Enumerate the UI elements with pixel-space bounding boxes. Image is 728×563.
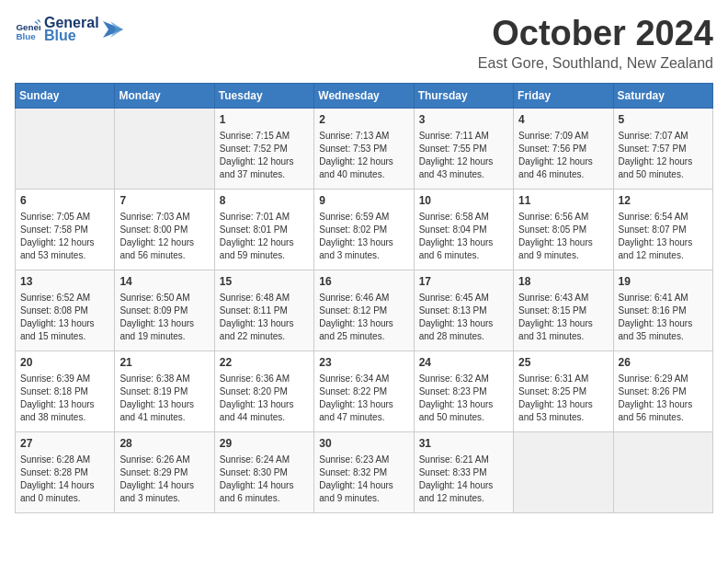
- calendar-week-row: 13Sunrise: 6:52 AMSunset: 8:08 PMDayligh…: [16, 270, 713, 350]
- day-info: Sunrise: 7:09 AM: [518, 130, 608, 143]
- day-info: Daylight: 13 hours: [419, 398, 508, 411]
- location-subtitle: East Gore, Southland, New Zealand: [478, 55, 713, 72]
- day-info: Sunset: 8:26 PM: [619, 385, 708, 398]
- day-number: 24: [419, 355, 508, 371]
- table-row: 26Sunrise: 6:29 AMSunset: 8:26 PMDayligh…: [613, 350, 712, 431]
- table-row: 28Sunrise: 6:26 AMSunset: 8:29 PMDayligh…: [115, 431, 214, 512]
- table-row: 24Sunrise: 6:32 AMSunset: 8:23 PMDayligh…: [414, 350, 513, 431]
- table-row: [115, 108, 214, 189]
- day-number: 16: [319, 274, 408, 290]
- day-info: Daylight: 13 hours: [20, 317, 109, 330]
- day-info: Sunset: 8:12 PM: [319, 304, 408, 317]
- table-row: 12Sunrise: 6:54 AMSunset: 8:07 PMDayligh…: [613, 189, 712, 270]
- day-info: Daylight: 12 hours: [419, 155, 508, 168]
- day-info: Sunset: 7:53 PM: [319, 143, 408, 155]
- day-info: Sunset: 8:11 PM: [220, 304, 309, 317]
- title-area: October 2024 East Gore, Southland, New Z…: [478, 15, 713, 72]
- logo: General Blue General Blue: [15, 15, 123, 44]
- day-number: 25: [518, 355, 608, 371]
- day-info: and 44 minutes.: [220, 411, 309, 424]
- calendar-week-row: 20Sunrise: 6:39 AMSunset: 8:18 PMDayligh…: [16, 350, 713, 431]
- table-row: 4Sunrise: 7:09 AMSunset: 7:56 PMDaylight…: [514, 108, 613, 189]
- day-info: Sunrise: 7:13 AM: [319, 130, 408, 143]
- day-info: Sunrise: 6:28 AM: [20, 454, 109, 466]
- day-info: Sunrise: 6:52 AM: [20, 292, 109, 304]
- day-info: Daylight: 12 hours: [619, 155, 708, 168]
- day-info: and 31 minutes.: [518, 330, 608, 343]
- day-info: and 6 minutes.: [419, 249, 508, 262]
- day-info: Sunrise: 7:05 AM: [20, 211, 109, 224]
- month-title: October 2024: [478, 15, 713, 53]
- day-info: Daylight: 13 hours: [619, 236, 708, 249]
- day-info: Daylight: 12 hours: [518, 155, 608, 168]
- table-row: [613, 431, 712, 512]
- table-row: 30Sunrise: 6:23 AMSunset: 8:32 PMDayligh…: [314, 431, 414, 512]
- day-info: Daylight: 13 hours: [220, 398, 309, 411]
- day-info: and 59 minutes.: [220, 249, 309, 262]
- day-info: and 12 minutes.: [419, 492, 508, 505]
- table-row: 14Sunrise: 6:50 AMSunset: 8:09 PMDayligh…: [115, 270, 214, 350]
- day-info: Daylight: 13 hours: [119, 317, 209, 330]
- day-info: and 0 minutes.: [20, 492, 109, 505]
- day-info: and 25 minutes.: [319, 330, 408, 343]
- day-info: Sunset: 7:55 PM: [419, 143, 508, 155]
- day-number: 14: [119, 274, 209, 290]
- day-info: Daylight: 13 hours: [20, 398, 109, 411]
- table-row: 7Sunrise: 7:03 AMSunset: 8:00 PMDaylight…: [115, 189, 214, 270]
- day-info: Sunrise: 7:11 AM: [419, 130, 508, 143]
- table-row: 15Sunrise: 6:48 AMSunset: 8:11 PMDayligh…: [214, 270, 313, 350]
- table-row: 17Sunrise: 6:45 AMSunset: 8:13 PMDayligh…: [414, 270, 513, 350]
- day-info: Sunset: 8:23 PM: [419, 385, 508, 398]
- day-info: Daylight: 13 hours: [419, 236, 508, 249]
- day-info: Daylight: 13 hours: [419, 317, 508, 330]
- day-info: Sunset: 8:32 PM: [319, 466, 408, 479]
- day-info: Sunset: 8:09 PM: [119, 304, 209, 317]
- table-row: 5Sunrise: 7:07 AMSunset: 7:57 PMDaylight…: [613, 108, 712, 189]
- day-info: Sunrise: 6:31 AM: [518, 373, 608, 385]
- day-info: Sunrise: 6:58 AM: [419, 211, 508, 224]
- day-info: Sunset: 8:13 PM: [419, 304, 508, 317]
- day-info: Sunrise: 6:46 AM: [319, 292, 408, 304]
- day-info: Sunrise: 6:43 AM: [518, 292, 608, 304]
- day-info: Sunset: 8:04 PM: [419, 224, 508, 236]
- table-row: 21Sunrise: 6:38 AMSunset: 8:19 PMDayligh…: [115, 350, 214, 431]
- day-info: and 35 minutes.: [619, 330, 708, 343]
- table-row: 25Sunrise: 6:31 AMSunset: 8:25 PMDayligh…: [514, 350, 613, 431]
- day-info: Daylight: 13 hours: [319, 398, 408, 411]
- day-info: Sunset: 8:08 PM: [20, 304, 109, 317]
- day-number: 4: [518, 112, 608, 128]
- day-number: 30: [319, 436, 408, 452]
- day-info: and 37 minutes.: [220, 168, 309, 181]
- day-info: Sunrise: 6:26 AM: [119, 454, 209, 466]
- day-number: 17: [419, 274, 508, 290]
- day-info: Daylight: 12 hours: [119, 236, 209, 249]
- day-number: 5: [619, 112, 708, 128]
- day-info: Sunrise: 6:36 AM: [220, 373, 309, 385]
- table-row: 19Sunrise: 6:41 AMSunset: 8:16 PMDayligh…: [613, 270, 712, 350]
- logo-arrow-icon: [103, 21, 123, 38]
- day-info: Daylight: 14 hours: [220, 479, 309, 492]
- day-info: Daylight: 12 hours: [319, 155, 408, 168]
- day-info: and 3 minutes.: [119, 492, 209, 505]
- day-number: 28: [119, 436, 209, 452]
- day-number: 31: [419, 436, 508, 452]
- day-number: 1: [220, 112, 309, 128]
- day-info: and 53 minutes.: [20, 249, 109, 262]
- day-info: Daylight: 12 hours: [20, 236, 109, 249]
- day-info: Daylight: 13 hours: [518, 317, 608, 330]
- day-info: and 50 minutes.: [419, 411, 508, 424]
- day-info: Sunrise: 6:39 AM: [20, 373, 109, 385]
- day-number: 21: [119, 355, 209, 371]
- table-row: 29Sunrise: 6:24 AMSunset: 8:30 PMDayligh…: [214, 431, 313, 512]
- day-info: and 9 minutes.: [518, 249, 608, 262]
- day-info: Sunrise: 7:07 AM: [619, 130, 708, 143]
- day-info: Daylight: 13 hours: [518, 236, 608, 249]
- day-info: and 28 minutes.: [419, 330, 508, 343]
- header-saturday: Saturday: [613, 83, 712, 108]
- day-number: 20: [20, 355, 109, 371]
- day-info: Sunset: 8:00 PM: [119, 224, 209, 236]
- day-info: and 9 minutes.: [319, 492, 408, 505]
- day-info: Sunrise: 6:21 AM: [419, 454, 508, 466]
- day-info: and 22 minutes.: [220, 330, 309, 343]
- day-info: and 56 minutes.: [619, 411, 708, 424]
